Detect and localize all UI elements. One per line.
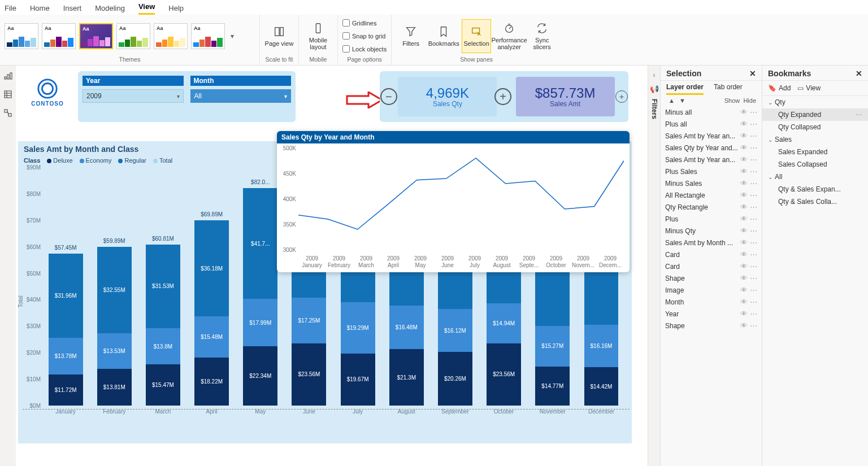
year-slicer[interactable]: Year 2009▾	[83, 76, 184, 117]
visibility-toggle-icon[interactable]: 👁	[740, 179, 748, 188]
month-slicer[interactable]: Month All▾	[190, 76, 292, 117]
item-more-icon[interactable]: ⋯	[750, 227, 757, 235]
bookmark-group[interactable]: ⌄ All	[762, 171, 868, 183]
perf-analyzer-button[interactable]: Performance analyzer	[494, 19, 524, 53]
bookmark-add-button[interactable]: 🔖Add	[768, 84, 791, 92]
item-more-icon[interactable]: ⋯	[750, 262, 757, 271]
visibility-toggle-icon[interactable]: 👁	[740, 167, 748, 176]
mobile-layout-button[interactable]: Mobile layout	[303, 19, 333, 53]
sales-amt-card[interactable]: $857.73M Sales Amt	[516, 77, 615, 116]
theme-swatch[interactable]: Aa	[42, 23, 76, 49]
filters-pane-collapsed[interactable]: ‹ 📢 Filters	[648, 66, 660, 466]
move-up-button[interactable]: ▲	[666, 97, 677, 104]
selection-item[interactable]: Year👁⋯	[661, 308, 762, 320]
theme-swatch[interactable]: Aa	[116, 23, 150, 49]
visibility-toggle-icon[interactable]: 👁	[740, 215, 748, 223]
visibility-toggle-icon[interactable]: 👁	[740, 155, 748, 164]
bookmark-group[interactable]: ⌄ Qty	[762, 96, 868, 108]
selection-item[interactable]: Sales Amt by Year an...👁⋯	[661, 154, 762, 166]
bar-column[interactable]: $82.0...$41.7...$17.99M$22.34MMay	[238, 188, 283, 406]
visibility-toggle-icon[interactable]: 👁	[740, 310, 748, 318]
item-more-icon[interactable]: ⋯	[750, 274, 757, 282]
item-more-icon[interactable]: ⋯	[750, 167, 757, 176]
visibility-toggle-icon[interactable]: 👁	[740, 321, 748, 330]
bookmark-item[interactable]: Qty Collapsed	[762, 121, 868, 133]
close-selection-icon[interactable]: ✕	[749, 69, 756, 78]
visibility-toggle-icon[interactable]: 👁	[740, 132, 748, 140]
bar-column[interactable]: $69.89M$36.18M$15.48M$18.22MApril	[189, 220, 235, 406]
selection-item[interactable]: Shape👁⋯	[661, 272, 762, 284]
visibility-toggle-icon[interactable]: 👁	[740, 227, 748, 235]
bar-column[interactable]: $57.45M$31.96M$13.78M$11.72MJanuary	[43, 254, 88, 406]
item-more-icon[interactable]: ⋯	[750, 215, 757, 223]
bookmark-item[interactable]: Sales Collapsed	[762, 158, 868, 171]
theme-swatch[interactable]: Aa	[79, 23, 113, 49]
layer-order-tab[interactable]: Layer order	[666, 83, 704, 95]
theme-swatch[interactable]: Aa	[154, 23, 188, 49]
visibility-toggle-icon[interactable]: 👁	[740, 108, 748, 116]
selection-item[interactable]: Shape👁⋯	[661, 320, 762, 332]
item-more-icon[interactable]: ⋯	[750, 203, 757, 211]
selection-item[interactable]: All Rectangle👁⋯	[661, 189, 762, 201]
visibility-toggle-icon[interactable]: 👁	[740, 262, 748, 271]
selection-item[interactable]: Sales Qty by Year and...👁⋯	[661, 142, 762, 154]
item-more-icon[interactable]: ⋯	[750, 143, 757, 152]
year-slicer-dropdown[interactable]: 2009▾	[83, 89, 184, 103]
selection-item[interactable]: Qty Rectangle👁⋯	[661, 201, 762, 213]
selection-item[interactable]: Month👁⋯	[661, 296, 762, 308]
item-more-icon[interactable]: ⋯	[750, 238, 757, 247]
item-more-icon[interactable]: ⋯	[750, 108, 757, 116]
item-more-icon[interactable]: ⋯	[750, 286, 757, 294]
bookmark-more-icon[interactable]: ⋯	[856, 111, 862, 119]
report-canvas[interactable]: CONTOSO Year 2009▾ Month All▾ − 4,969K S…	[18, 68, 634, 443]
data-view-icon[interactable]	[3, 90, 12, 101]
close-bookmarks-icon[interactable]: ✕	[856, 69, 862, 78]
item-more-icon[interactable]: ⋯	[750, 179, 757, 188]
item-more-icon[interactable]: ⋯	[750, 191, 757, 199]
bookmark-item[interactable]: Qty & Sales Expan...	[762, 183, 868, 195]
item-more-icon[interactable]: ⋯	[750, 155, 757, 164]
selection-item[interactable]: Minus Qty👁⋯	[661, 225, 762, 237]
item-more-icon[interactable]: ⋯	[750, 321, 757, 330]
bookmark-group[interactable]: ⌄ Sales	[762, 133, 868, 146]
item-more-icon[interactable]: ⋯	[750, 250, 757, 259]
show-all-button[interactable]: Show	[724, 97, 740, 104]
expand-filters-icon[interactable]: ‹	[653, 71, 656, 79]
lock-checkbox[interactable]: Lock objects	[342, 45, 387, 53]
menu-help[interactable]: Help	[168, 2, 184, 15]
visibility-toggle-icon[interactable]: 👁	[740, 298, 748, 306]
selection-item[interactable]: Plus👁⋯	[661, 213, 762, 225]
visibility-toggle-icon[interactable]: 👁	[740, 250, 748, 259]
month-slicer-dropdown[interactable]: All▾	[190, 89, 292, 103]
selection-item[interactable]: Image👁⋯	[661, 284, 762, 296]
selection-item[interactable]: Sales Amt by Month ...👁⋯	[661, 237, 762, 249]
minus-qty-button[interactable]: −	[380, 88, 397, 105]
theme-swatch[interactable]: Aa	[191, 23, 225, 49]
menu-modeling[interactable]: Modeling	[95, 2, 125, 15]
selection-item[interactable]: Card👁⋯	[661, 260, 762, 272]
menu-view[interactable]: View	[138, 0, 155, 15]
selection-item[interactable]: Plus Sales👁⋯	[661, 166, 762, 177]
model-view-icon[interactable]	[3, 108, 12, 119]
plus-button[interactable]: +	[494, 88, 511, 105]
bookmark-view-button[interactable]: ▭View	[797, 84, 821, 92]
selection-item[interactable]: Minus all👁⋯	[661, 106, 762, 118]
speaker-icon[interactable]: 📢	[650, 85, 659, 93]
menu-home[interactable]: Home	[30, 2, 50, 15]
tab-order-tab[interactable]: Tab order	[714, 83, 743, 95]
bar-column[interactable]: $60.81M$31.53M$13.8M$15.47MMarch	[140, 245, 185, 406]
visibility-toggle-icon[interactable]: 👁	[740, 238, 748, 247]
snap-checkbox[interactable]: Snap to grid	[342, 32, 385, 40]
hide-all-button[interactable]: Hide	[743, 97, 756, 104]
selection-item[interactable]: Card👁⋯	[661, 249, 762, 260]
item-more-icon[interactable]: ⋯	[750, 120, 757, 128]
themes-more-button[interactable]: ▾	[228, 30, 236, 42]
page-view-button[interactable]: Page view	[264, 19, 294, 53]
bar-column[interactable]: $59.89M$32.55M$13.53M$13.81MFebruary	[92, 247, 137, 406]
bookmark-item[interactable]: Sales Expanded	[762, 146, 868, 158]
item-more-icon[interactable]: ⋯	[750, 310, 757, 318]
selection-pane-button[interactable]: Selection	[462, 19, 491, 53]
selection-item[interactable]: Plus all👁⋯	[661, 118, 762, 130]
bookmark-item[interactable]: Qty Expanded⋯	[762, 108, 868, 121]
menu-file[interactable]: File	[5, 2, 16, 15]
